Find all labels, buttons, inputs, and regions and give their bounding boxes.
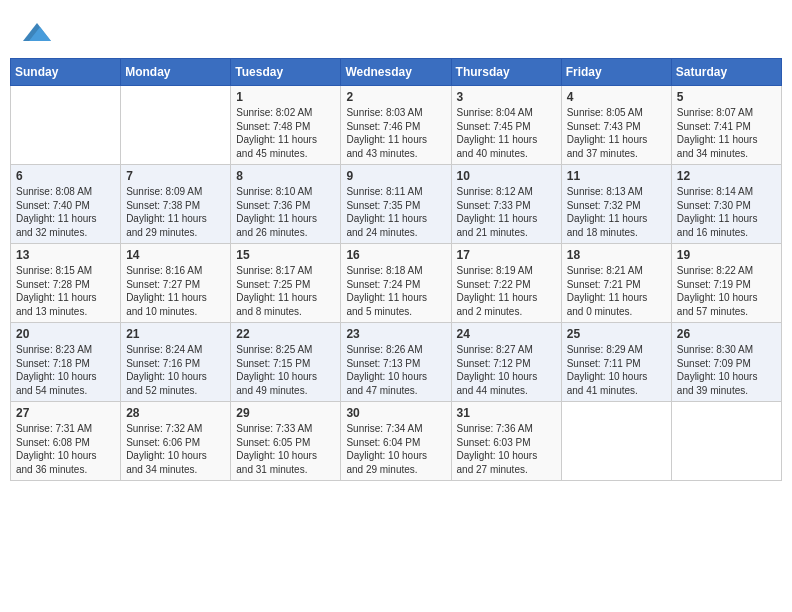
- cell-info: Sunrise: 8:02 AMSunset: 7:48 PMDaylight:…: [236, 106, 335, 160]
- day-number: 19: [677, 248, 776, 262]
- calendar-cell: 10Sunrise: 8:12 AMSunset: 7:33 PMDayligh…: [451, 165, 561, 244]
- calendar-page: SundayMondayTuesdayWednesdayThursdayFrid…: [0, 0, 792, 612]
- calendar-cell: 27Sunrise: 7:31 AMSunset: 6:08 PMDayligh…: [11, 402, 121, 481]
- cell-info: Sunrise: 8:08 AMSunset: 7:40 PMDaylight:…: [16, 185, 115, 239]
- day-number: 4: [567, 90, 666, 104]
- day-number: 22: [236, 327, 335, 341]
- day-number: 21: [126, 327, 225, 341]
- logo-icon: [23, 18, 51, 46]
- cell-info: Sunrise: 8:21 AMSunset: 7:21 PMDaylight:…: [567, 264, 666, 318]
- calendar-cell: 14Sunrise: 8:16 AMSunset: 7:27 PMDayligh…: [121, 244, 231, 323]
- cell-info: Sunrise: 8:17 AMSunset: 7:25 PMDaylight:…: [236, 264, 335, 318]
- day-number: 7: [126, 169, 225, 183]
- calendar-header-row: SundayMondayTuesdayWednesdayThursdayFrid…: [11, 59, 782, 86]
- cell-info: Sunrise: 7:34 AMSunset: 6:04 PMDaylight:…: [346, 422, 445, 476]
- calendar-cell: 13Sunrise: 8:15 AMSunset: 7:28 PMDayligh…: [11, 244, 121, 323]
- calendar-cell: 24Sunrise: 8:27 AMSunset: 7:12 PMDayligh…: [451, 323, 561, 402]
- calendar-cell: 28Sunrise: 7:32 AMSunset: 6:06 PMDayligh…: [121, 402, 231, 481]
- cell-info: Sunrise: 8:24 AMSunset: 7:16 PMDaylight:…: [126, 343, 225, 397]
- calendar-cell: 4Sunrise: 8:05 AMSunset: 7:43 PMDaylight…: [561, 86, 671, 165]
- day-number: 24: [457, 327, 556, 341]
- day-number: 29: [236, 406, 335, 420]
- calendar-cell: [671, 402, 781, 481]
- calendar-cell: 25Sunrise: 8:29 AMSunset: 7:11 PMDayligh…: [561, 323, 671, 402]
- logo: [20, 18, 51, 50]
- day-number: 6: [16, 169, 115, 183]
- calendar-table: SundayMondayTuesdayWednesdayThursdayFrid…: [10, 58, 782, 481]
- cell-info: Sunrise: 8:15 AMSunset: 7:28 PMDaylight:…: [16, 264, 115, 318]
- calendar-cell: 2Sunrise: 8:03 AMSunset: 7:46 PMDaylight…: [341, 86, 451, 165]
- calendar-cell: 19Sunrise: 8:22 AMSunset: 7:19 PMDayligh…: [671, 244, 781, 323]
- day-number: 9: [346, 169, 445, 183]
- cell-info: Sunrise: 8:04 AMSunset: 7:45 PMDaylight:…: [457, 106, 556, 160]
- day-number: 18: [567, 248, 666, 262]
- day-number: 31: [457, 406, 556, 420]
- cell-info: Sunrise: 8:10 AMSunset: 7:36 PMDaylight:…: [236, 185, 335, 239]
- day-number: 12: [677, 169, 776, 183]
- calendar-cell: 21Sunrise: 8:24 AMSunset: 7:16 PMDayligh…: [121, 323, 231, 402]
- cell-info: Sunrise: 8:19 AMSunset: 7:22 PMDaylight:…: [457, 264, 556, 318]
- cell-info: Sunrise: 8:26 AMSunset: 7:13 PMDaylight:…: [346, 343, 445, 397]
- calendar-col-header: Thursday: [451, 59, 561, 86]
- calendar-col-header: Saturday: [671, 59, 781, 86]
- calendar-cell: 16Sunrise: 8:18 AMSunset: 7:24 PMDayligh…: [341, 244, 451, 323]
- calendar-col-header: Wednesday: [341, 59, 451, 86]
- calendar-week-row: 6Sunrise: 8:08 AMSunset: 7:40 PMDaylight…: [11, 165, 782, 244]
- day-number: 27: [16, 406, 115, 420]
- day-number: 30: [346, 406, 445, 420]
- day-number: 25: [567, 327, 666, 341]
- calendar-cell: 15Sunrise: 8:17 AMSunset: 7:25 PMDayligh…: [231, 244, 341, 323]
- cell-info: Sunrise: 7:31 AMSunset: 6:08 PMDaylight:…: [16, 422, 115, 476]
- cell-info: Sunrise: 7:32 AMSunset: 6:06 PMDaylight:…: [126, 422, 225, 476]
- calendar-cell: 23Sunrise: 8:26 AMSunset: 7:13 PMDayligh…: [341, 323, 451, 402]
- calendar-cell: 6Sunrise: 8:08 AMSunset: 7:40 PMDaylight…: [11, 165, 121, 244]
- calendar-cell: 18Sunrise: 8:21 AMSunset: 7:21 PMDayligh…: [561, 244, 671, 323]
- cell-info: Sunrise: 8:13 AMSunset: 7:32 PMDaylight:…: [567, 185, 666, 239]
- cell-info: Sunrise: 8:30 AMSunset: 7:09 PMDaylight:…: [677, 343, 776, 397]
- day-number: 3: [457, 90, 556, 104]
- calendar-col-header: Friday: [561, 59, 671, 86]
- cell-info: Sunrise: 7:36 AMSunset: 6:03 PMDaylight:…: [457, 422, 556, 476]
- calendar-week-row: 13Sunrise: 8:15 AMSunset: 7:28 PMDayligh…: [11, 244, 782, 323]
- calendar-week-row: 20Sunrise: 8:23 AMSunset: 7:18 PMDayligh…: [11, 323, 782, 402]
- day-number: 2: [346, 90, 445, 104]
- calendar-week-row: 27Sunrise: 7:31 AMSunset: 6:08 PMDayligh…: [11, 402, 782, 481]
- calendar-cell: [121, 86, 231, 165]
- day-number: 5: [677, 90, 776, 104]
- calendar-cell: [561, 402, 671, 481]
- cell-info: Sunrise: 8:29 AMSunset: 7:11 PMDaylight:…: [567, 343, 666, 397]
- calendar-col-header: Sunday: [11, 59, 121, 86]
- calendar-col-header: Monday: [121, 59, 231, 86]
- cell-info: Sunrise: 8:05 AMSunset: 7:43 PMDaylight:…: [567, 106, 666, 160]
- cell-info: Sunrise: 8:14 AMSunset: 7:30 PMDaylight:…: [677, 185, 776, 239]
- calendar-cell: 29Sunrise: 7:33 AMSunset: 6:05 PMDayligh…: [231, 402, 341, 481]
- calendar-cell: 9Sunrise: 8:11 AMSunset: 7:35 PMDaylight…: [341, 165, 451, 244]
- calendar-cell: 8Sunrise: 8:10 AMSunset: 7:36 PMDaylight…: [231, 165, 341, 244]
- calendar-cell: 20Sunrise: 8:23 AMSunset: 7:18 PMDayligh…: [11, 323, 121, 402]
- cell-info: Sunrise: 8:11 AMSunset: 7:35 PMDaylight:…: [346, 185, 445, 239]
- day-number: 14: [126, 248, 225, 262]
- calendar-cell: 3Sunrise: 8:04 AMSunset: 7:45 PMDaylight…: [451, 86, 561, 165]
- cell-info: Sunrise: 8:16 AMSunset: 7:27 PMDaylight:…: [126, 264, 225, 318]
- calendar-cell: 1Sunrise: 8:02 AMSunset: 7:48 PMDaylight…: [231, 86, 341, 165]
- calendar-cell: 5Sunrise: 8:07 AMSunset: 7:41 PMDaylight…: [671, 86, 781, 165]
- calendar-cell: 22Sunrise: 8:25 AMSunset: 7:15 PMDayligh…: [231, 323, 341, 402]
- day-number: 15: [236, 248, 335, 262]
- cell-info: Sunrise: 8:22 AMSunset: 7:19 PMDaylight:…: [677, 264, 776, 318]
- cell-info: Sunrise: 8:03 AMSunset: 7:46 PMDaylight:…: [346, 106, 445, 160]
- cell-info: Sunrise: 8:07 AMSunset: 7:41 PMDaylight:…: [677, 106, 776, 160]
- calendar-cell: 11Sunrise: 8:13 AMSunset: 7:32 PMDayligh…: [561, 165, 671, 244]
- day-number: 10: [457, 169, 556, 183]
- day-number: 17: [457, 248, 556, 262]
- day-number: 11: [567, 169, 666, 183]
- calendar-cell: 17Sunrise: 8:19 AMSunset: 7:22 PMDayligh…: [451, 244, 561, 323]
- cell-info: Sunrise: 8:27 AMSunset: 7:12 PMDaylight:…: [457, 343, 556, 397]
- cell-info: Sunrise: 8:09 AMSunset: 7:38 PMDaylight:…: [126, 185, 225, 239]
- day-number: 28: [126, 406, 225, 420]
- cell-info: Sunrise: 8:25 AMSunset: 7:15 PMDaylight:…: [236, 343, 335, 397]
- day-number: 23: [346, 327, 445, 341]
- calendar-col-header: Tuesday: [231, 59, 341, 86]
- calendar-week-row: 1Sunrise: 8:02 AMSunset: 7:48 PMDaylight…: [11, 86, 782, 165]
- day-number: 1: [236, 90, 335, 104]
- page-header: [0, 0, 792, 58]
